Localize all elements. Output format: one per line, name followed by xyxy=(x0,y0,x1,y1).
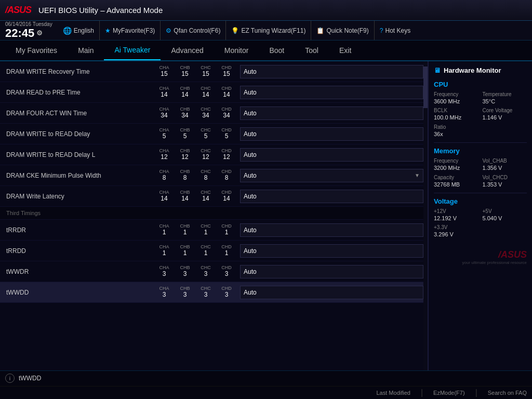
dropdown-trrdd[interactable]: Auto xyxy=(240,244,423,258)
bios-title: UEFI BIOS Utility – Advanced Mode xyxy=(38,6,163,15)
dropdown-twwdd[interactable]: Auto xyxy=(240,286,423,299)
dropdown-dram-four-act[interactable]: Auto xyxy=(240,107,423,120)
nav-monitor[interactable]: Monitor xyxy=(214,41,259,60)
setting-row-trrdr[interactable]: tRRDRCHA1CHB1CHC1CHD1Auto xyxy=(0,220,428,241)
dropdown-trrdr[interactable]: Auto xyxy=(240,223,423,237)
language-label: English xyxy=(74,27,94,34)
nav-favorites[interactable]: My Favorites xyxy=(5,41,68,60)
cpu-bclk-label: BCLK xyxy=(434,108,478,114)
dropdown-dram-write-read[interactable]: Auto xyxy=(240,127,423,141)
setting-row-dram-write-recovery[interactable]: DRAM WRITE Recovery TimeCHA15CHB15CHC15C… xyxy=(0,61,428,82)
timing-rows: tRRDRCHA1CHB1CHC1CHD1AutotRRDDCHA1CHB1CH… xyxy=(0,220,428,303)
cpu-freq-val: 3600 MHz xyxy=(434,98,478,105)
language-selector[interactable]: 🌐 English xyxy=(58,21,100,40)
setting-row-dram-write-read[interactable]: DRAM WRITE to READ DelayCHA5CHB5CHC5CHD5… xyxy=(0,124,428,144)
channel-label: CHC xyxy=(201,128,211,132)
hw-monitor-title: 🖥 Hardware Monitor xyxy=(434,66,527,74)
nav-tool[interactable]: Tool xyxy=(295,41,329,60)
third-timings-label: Third Timings xyxy=(0,207,428,220)
quicknote-label: Quick Note(F9) xyxy=(326,27,368,34)
setting-row-dram-read-pre[interactable]: DRAM READ to PRE TimeCHA14CHB14CHC14CHD1… xyxy=(0,82,428,103)
nav-advanced[interactable]: Advanced xyxy=(161,41,214,60)
hotkeys-button[interactable]: ? Hot Keys xyxy=(375,21,416,40)
channel-chb-dram-read-pre: CHB14 xyxy=(176,86,194,98)
scrollbar-thumb[interactable] xyxy=(423,66,428,108)
quicknote-button[interactable]: 📋 Quick Note(F9) xyxy=(311,21,374,40)
channel-label: CHC xyxy=(201,245,211,249)
setting-row-dram-four-act[interactable]: DRAM FOUR ACT WIN TimeCHA34CHB34CHC34CHD… xyxy=(0,103,428,124)
channel-chb-dram-cke-min: CHB8 xyxy=(176,169,194,181)
mem-capacity-val: 32768 MB xyxy=(434,181,478,189)
channel-label: CHB xyxy=(180,265,190,270)
qfan-button[interactable]: ⚙ Qfan Control(F6) xyxy=(161,21,226,40)
setting-label-dram-write-latency: DRAM Write Latency xyxy=(4,193,155,200)
myfavorite-button[interactable]: ★ MyFavorite(F3) xyxy=(100,21,161,40)
setting-row-dram-write-latency[interactable]: DRAM Write LatencyCHA14CHB14CHC14CHD14Au… xyxy=(0,186,428,207)
settings-gear-icon[interactable]: ⚙ xyxy=(36,30,43,37)
volt-12v-val: 12.192 V xyxy=(434,215,478,222)
nav-main[interactable]: Main xyxy=(68,41,104,60)
channel-label: CHD xyxy=(221,65,232,70)
hardware-monitor-panel: 🖥 Hardware Monitor CPU Frequency 3600 MH… xyxy=(428,61,532,370)
volt-5v-val: 5.040 V xyxy=(483,215,527,222)
channel-chc-dram-write-recovery: CHC15 xyxy=(196,65,215,77)
nav-boot[interactable]: Boot xyxy=(259,41,295,60)
dropdown-dram-write-read-l[interactable]: Auto xyxy=(240,148,423,162)
dropdown-twwdr[interactable]: Auto xyxy=(240,265,423,278)
channel-label: CHA xyxy=(159,65,169,70)
channel-chc-twwdr: CHC3 xyxy=(196,265,215,277)
dropdown-dram-read-pre[interactable]: Auto xyxy=(240,86,423,99)
hotkeys-label: Hot Keys xyxy=(385,27,410,34)
memory-section-title: Memory xyxy=(434,147,527,155)
last-modified-link[interactable]: Last Modified xyxy=(377,390,410,396)
channel-chc-twwdd: CHC3 xyxy=(196,286,215,298)
setting-row-twwdd[interactable]: tWWDDCHA3CHB3CHC3CHD3Auto xyxy=(0,282,428,303)
time-text: 22:45 xyxy=(5,27,34,39)
setting-row-dram-write-read-l[interactable]: DRAM WRITE to READ Delay LCHA12CHB12CHC1… xyxy=(0,144,428,165)
search-faq-link[interactable]: Search on FAQ xyxy=(488,390,527,396)
channel-chc-trrdr: CHC1 xyxy=(196,224,215,236)
memory-stats: Frequency 3200 MHz Vol_CHAB 1.356 V Capa… xyxy=(434,158,527,189)
ezmode-link[interactable]: EzMode(F7) xyxy=(433,390,465,396)
channel-cha-dram-write-read-l: CHA12 xyxy=(155,149,174,161)
globe-icon: 🌐 xyxy=(63,26,72,35)
setting-label-trrdr: tRRDR xyxy=(4,227,155,234)
dropdown-dram-write-latency[interactable]: Auto xyxy=(240,190,423,203)
dropdown-arrow-icon: ▼ xyxy=(415,172,420,178)
channel-label: CHA xyxy=(159,169,169,174)
setting-row-dram-cke-min[interactable]: DRAM CKE Minimum Pulse WidthCHA8CHB8CHC8… xyxy=(0,165,428,186)
channel-label: CHC xyxy=(201,86,211,91)
channel-label: CHC xyxy=(201,190,211,195)
channel-label: CHD xyxy=(221,286,232,291)
cpu-temp-label: Temperature xyxy=(483,91,527,98)
hotkeys-icon: ? xyxy=(380,27,383,34)
channel-label: CHA xyxy=(159,149,169,153)
settings-panel: DRAM WRITE Recovery TimeCHA15CHB15CHC15C… xyxy=(0,61,428,370)
info-icon: i xyxy=(5,374,15,383)
asus-brand-bottom: /ASUS your ultimate professional resourc… xyxy=(434,249,527,265)
channel-cha-dram-cke-min: CHA8 xyxy=(155,169,174,181)
dropdown-dram-cke-min[interactable]: Auto▼ xyxy=(240,169,423,182)
qfan-label: Qfan Control(F6) xyxy=(174,27,220,34)
channel-cha-dram-write-latency: CHA14 xyxy=(155,190,174,202)
eztuning-button[interactable]: 💡 EZ Tuning Wizard(F11) xyxy=(226,21,311,40)
channel-label: CHA xyxy=(159,224,169,229)
setting-row-twwdr[interactable]: tWWDRCHA3CHB3CHC3CHD3Auto xyxy=(0,261,428,282)
dropdown-dram-write-recovery[interactable]: Auto xyxy=(240,65,423,78)
channel-chd-trrdd: CHD1 xyxy=(217,245,236,257)
nav-aitweaker[interactable]: Ai Tweaker xyxy=(104,41,161,60)
channel-label: CHB xyxy=(180,107,190,112)
nav-exit[interactable]: Exit xyxy=(329,41,362,60)
mem-volchab-label: Vol_CHAB xyxy=(483,158,527,164)
channel-cha-dram-read-pre: CHA14 xyxy=(155,86,174,98)
asus-logo: /ASUS xyxy=(5,5,31,16)
cpu-bclk-val: 100.0 MHz xyxy=(434,114,478,122)
cpu-ratio-val: 36x xyxy=(434,130,478,138)
channel-chb-dram-write-read-l: CHB12 xyxy=(176,149,194,161)
scrollbar-track[interactable] xyxy=(423,61,428,370)
mem-volchcd-val: 1.353 V xyxy=(483,181,527,189)
channel-chd-dram-write-read: CHD5 xyxy=(217,128,236,140)
channel-label: CHC xyxy=(201,224,211,229)
volt-12v-label: +12V xyxy=(434,208,478,215)
setting-row-trrdd[interactable]: tRRDDCHA1CHB1CHC1CHD1Auto xyxy=(0,241,428,261)
